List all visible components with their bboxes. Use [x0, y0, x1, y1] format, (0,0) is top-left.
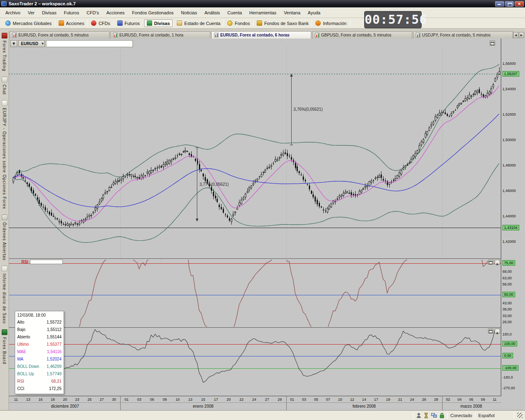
sidebar-item-forex-trading[interactable]: Forex Trading: [2, 33, 7, 71]
sidebar-item-forex-board[interactable]: Forex Board: [2, 329, 7, 364]
symbol-selector[interactable]: EURUSD: [18, 40, 45, 47]
date-tick: 19: [386, 397, 390, 402]
toolbar-fondos[interactable]: Fondos: [224, 19, 253, 27]
date-tick: 03: [302, 397, 306, 402]
tooltip-row-label: RSI: [17, 378, 24, 385]
price-axis[interactable]: 1,560001,540001,520001,500001,480001,460…: [501, 39, 525, 410]
tab-scroll-left-icon[interactable]: [513, 32, 518, 38]
rsi-input[interactable]: [30, 260, 63, 264]
measure-annotation-label: 3,76%(0,05621): [294, 107, 323, 112]
close-icon[interactable]: [515, 1, 524, 7]
date-tick: 24: [252, 397, 256, 402]
sidebar-item-ordenes-abiertas[interactable]: Órdenes Abiertas: [2, 215, 7, 260]
tab-eurusd-forex-al-contado-5-minutos[interactable]: EURUSD, Forex al contado, 5 minutos: [9, 31, 110, 39]
menu-analisis[interactable]: Análisis: [201, 8, 224, 17]
date-tick: 03: [137, 397, 142, 402]
tooltip-row: Alto1,55722: [17, 319, 62, 326]
cci-chart-canvas[interactable]: [9, 327, 501, 396]
rsi-tick: 58,00: [502, 282, 512, 287]
tab-usdjpy-forex-al-contado-5-minutos[interactable]: USDJPY, Forex al contado, 5 minutos: [413, 31, 513, 39]
sidebar-item-eurjpy-operaciones-sobre-opciones-forex[interactable]: EURJPY - Operaciones sobre Opciones Fore…: [2, 100, 7, 209]
tooltip-row: Bajo1,55112: [17, 326, 62, 333]
maximize-icon[interactable]: [505, 1, 514, 7]
date-tick: 23: [75, 397, 79, 402]
rsi-maximize-icon[interactable]: [488, 260, 493, 265]
date-tick: 02: [446, 397, 450, 402]
menu-fondos-gestionados[interactable]: Fondos Gestionados: [128, 8, 178, 17]
rsi-tick: 75,00: [502, 260, 515, 266]
menu-herramientas[interactable]: Herramientas: [246, 8, 280, 17]
date-tick: 24: [410, 397, 414, 402]
rsi-close-icon[interactable]: [495, 260, 500, 265]
toolbar-acciones[interactable]: Acciones: [56, 19, 87, 27]
symbol-search-input[interactable]: [46, 40, 133, 47]
maximize-panel-icon[interactable]: [490, 41, 495, 46]
hourglass-icon: [424, 413, 428, 418]
price-tick: 1,48000: [502, 163, 516, 168]
toolbar-item-label: Futuros: [125, 21, 140, 26]
tab-eurusd-forex-al-contado-1-hora[interactable]: EURUSD, Forex al contado, 1 hora: [110, 31, 210, 39]
toolbar-futuros[interactable]: Futuros: [114, 19, 143, 27]
toolbar-estado-de-cuenta[interactable]: Estado de Cuenta: [174, 19, 223, 27]
tooltip-row-value: 1,55144: [47, 333, 62, 341]
toolbar-separator: [55, 20, 55, 27]
tooltip-row-label: Alto: [17, 319, 24, 326]
menu-ver[interactable]: Ver: [24, 8, 39, 17]
toolbar-separator: [114, 20, 114, 27]
chart-menu-dropdown-icon[interactable]: [10, 40, 17, 47]
menu-divisas[interactable]: Divisas: [38, 8, 60, 17]
date-tick: 06: [150, 397, 154, 402]
menu-ventana[interactable]: Ventana: [280, 8, 304, 17]
menu-acciones[interactable]: Acciones: [103, 8, 128, 17]
menu-archivo[interactable]: Archivo: [2, 8, 24, 17]
rsi-tick: 38,00: [502, 307, 512, 312]
toolbar-fondos-de-saxo-bank[interactable]: Fondos de Saxo Bank: [254, 19, 311, 27]
date-tick: 11: [14, 397, 18, 402]
price-chart-canvas[interactable]: [9, 39, 501, 258]
chart-tab-icon: [214, 33, 219, 37]
rsi-label: RSI: [21, 260, 28, 264]
tab-gbpusd-forex-al-contado-5-minutos[interactable]: GBPUSD, Forex al contado, 5 minutos: [312, 31, 412, 39]
toolbar-divisas[interactable]: Divisas: [144, 19, 173, 27]
sidebar-item-label: Forex Trading: [2, 41, 7, 71]
menu-cfd-s[interactable]: CFD's: [83, 8, 103, 17]
tooltip-row: BOLL Up1,57749: [17, 370, 62, 378]
minimize-icon[interactable]: [495, 1, 504, 7]
rsi-chart-canvas[interactable]: [9, 258, 501, 328]
cci-tick: -270,00: [502, 386, 515, 390]
tooltip-row-label: Bajo: [17, 326, 25, 333]
toolbar-cfds[interactable]: CFDs: [88, 19, 113, 27]
app-icon: [1, 1, 7, 6]
month-separator: [286, 396, 287, 410]
chart-workspace: EURUSD RSI 1,560001,540001,520001,500001…: [9, 39, 525, 410]
date-axis[interactable]: 1113161820232527300103060810131517202224…: [9, 396, 501, 402]
tab-scroll-right-icon[interactable]: [519, 32, 524, 38]
date-tick: 30: [112, 397, 116, 402]
date-tick: 01: [124, 397, 128, 402]
tooltip-row: MAE1,54116: [17, 348, 62, 356]
date-tick: 15: [201, 397, 205, 402]
tab-eurusd-forex-al-contado-6-horas[interactable]: EURUSD, Forex al contado, 6 horas: [211, 31, 311, 39]
user-icon: [416, 413, 421, 418]
toolbar-item-label: CFDs: [98, 21, 110, 26]
sidebar-item-informe-diario-de-saxo[interactable]: Informe diario de Saxo: [2, 266, 7, 324]
toolbar-informacion[interactable]: Información: [313, 19, 349, 27]
connection-status: Conectado: [450, 413, 472, 418]
cci-close-icon[interactable]: [495, 329, 500, 333]
tooltip-row: RSI68,31: [17, 378, 62, 385]
date-tick: 22: [240, 397, 244, 402]
menu-cuenta[interactable]: Cuenta: [224, 8, 245, 17]
toolbar-mercados-globales[interactable]: Mercados Globales: [2, 19, 55, 27]
resize-grip-icon[interactable]: [517, 413, 523, 418]
cci-maximize-icon[interactable]: [488, 329, 493, 333]
support-price-label: 1,43104: [502, 225, 519, 230]
sidebar-item-label: Informe diario de Saxo: [2, 274, 7, 324]
sidebar-item-chat[interactable]: Chat: [2, 77, 7, 95]
tooltip-row-value: 68,31: [51, 378, 62, 385]
date-tick: 10: [338, 397, 342, 402]
clock-widget[interactable]: 00:57:56: [364, 11, 422, 28]
menu-ayuda[interactable]: Ayuda: [304, 8, 324, 17]
menu-noticias[interactable]: Noticias: [177, 8, 201, 17]
month-label: enero 2008: [193, 404, 214, 409]
menu-futuros[interactable]: Futuros: [60, 8, 83, 17]
